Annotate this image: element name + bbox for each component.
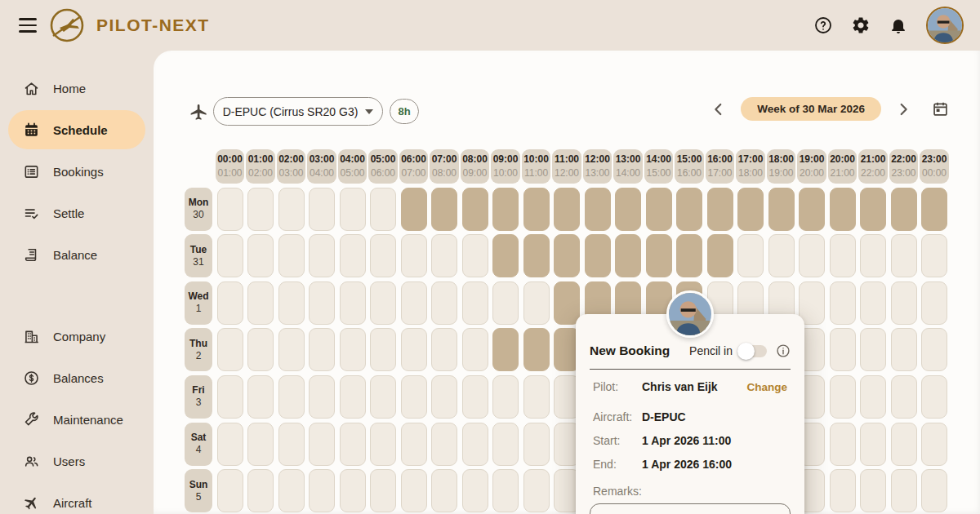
grid-cell-tue-13[interactable] xyxy=(615,234,641,277)
grid-cell-wed-20[interactable] xyxy=(830,281,856,325)
grid-cell-sat-01[interactable] xyxy=(247,423,274,466)
grid-cell-mon-16[interactable] xyxy=(707,188,733,231)
grid-cell-thu-23[interactable] xyxy=(921,328,947,371)
grid-cell-mon-18[interactable] xyxy=(768,188,795,231)
grid-cell-tue-10[interactable] xyxy=(523,234,550,277)
user-avatar[interactable] xyxy=(926,7,964,44)
grid-cell-mon-21[interactable] xyxy=(860,188,886,231)
grid-cell-tue-01[interactable] xyxy=(247,234,274,277)
hours-chip[interactable]: 8h xyxy=(390,99,419,124)
grid-cell-thu-05[interactable] xyxy=(370,328,396,371)
grid-cell-sun-02[interactable] xyxy=(278,469,305,512)
grid-cell-tue-03[interactable] xyxy=(309,234,335,277)
aircraft-selector[interactable]: D-EPUC (Cirrus SR20 G3) xyxy=(213,97,383,126)
grid-cell-sat-00[interactable] xyxy=(217,423,243,466)
grid-cell-sun-03[interactable] xyxy=(309,469,335,512)
grid-cell-sat-20[interactable] xyxy=(830,423,856,466)
grid-cell-mon-23[interactable] xyxy=(921,188,947,231)
grid-cell-mon-15[interactable] xyxy=(676,188,702,231)
grid-cell-wed-01[interactable] xyxy=(247,281,274,325)
grid-cell-sun-08[interactable] xyxy=(462,469,488,512)
grid-cell-mon-02[interactable] xyxy=(278,188,305,231)
grid-cell-sun-21[interactable] xyxy=(860,469,886,512)
sidebar-item-home[interactable]: Home xyxy=(8,69,145,108)
grid-cell-fri-05[interactable] xyxy=(370,375,396,419)
grid-cell-tue-21[interactable] xyxy=(860,234,886,277)
sidebar-item-aircraft[interactable]: Aircraft xyxy=(8,483,145,514)
grid-cell-sun-10[interactable] xyxy=(523,469,550,512)
grid-cell-mon-10[interactable] xyxy=(523,188,550,231)
grid-cell-wed-07[interactable] xyxy=(431,281,457,325)
grid-cell-sat-23[interactable] xyxy=(921,423,947,466)
sidebar-item-users[interactable]: Users xyxy=(8,441,145,481)
grid-cell-sat-22[interactable] xyxy=(891,423,917,466)
grid-cell-thu-03[interactable] xyxy=(309,328,335,371)
sidebar-item-bookings[interactable]: Bookings xyxy=(8,152,145,191)
grid-cell-fri-23[interactable] xyxy=(921,375,947,419)
grid-cell-tue-19[interactable] xyxy=(799,234,825,277)
grid-cell-sat-03[interactable] xyxy=(309,423,335,466)
week-label[interactable]: Week of 30 Mar 2026 xyxy=(741,97,881,121)
grid-cell-fri-21[interactable] xyxy=(860,375,886,419)
grid-cell-mon-07[interactable] xyxy=(431,188,457,231)
grid-cell-wed-23[interactable] xyxy=(921,281,947,325)
bell-icon[interactable] xyxy=(889,16,908,35)
grid-cell-wed-22[interactable] xyxy=(891,281,917,325)
grid-cell-tue-05[interactable] xyxy=(370,234,396,277)
grid-cell-sun-00[interactable] xyxy=(217,469,243,512)
grid-cell-sun-07[interactable] xyxy=(431,469,457,512)
grid-cell-sat-04[interactable] xyxy=(340,423,366,466)
grid-cell-mon-05[interactable] xyxy=(370,188,396,231)
grid-cell-wed-06[interactable] xyxy=(401,281,427,325)
grid-cell-sat-08[interactable] xyxy=(462,423,488,466)
grid-cell-thu-21[interactable] xyxy=(860,328,886,371)
grid-cell-fri-10[interactable] xyxy=(523,375,550,419)
grid-cell-sun-23[interactable] xyxy=(921,469,947,512)
grid-cell-sun-22[interactable] xyxy=(891,469,917,512)
gear-icon[interactable] xyxy=(851,16,871,35)
grid-cell-wed-00[interactable] xyxy=(217,281,243,325)
grid-cell-fri-08[interactable] xyxy=(462,375,488,419)
info-icon[interactable] xyxy=(776,343,791,358)
grid-cell-thu-10[interactable] xyxy=(523,328,550,371)
grid-cell-tue-11[interactable] xyxy=(554,234,580,277)
grid-cell-mon-08[interactable] xyxy=(462,188,488,231)
grid-cell-thu-07[interactable] xyxy=(431,328,457,371)
grid-cell-mon-06[interactable] xyxy=(401,188,427,231)
next-week-icon[interactable] xyxy=(894,100,912,118)
grid-cell-tue-18[interactable] xyxy=(768,234,795,277)
menu-icon[interactable] xyxy=(17,17,38,33)
grid-cell-sun-06[interactable] xyxy=(401,469,427,512)
sidebar-item-balance[interactable]: Balance xyxy=(8,235,145,274)
grid-cell-tue-23[interactable] xyxy=(921,234,947,277)
grid-cell-wed-21[interactable] xyxy=(860,281,886,325)
pencil-in-toggle[interactable] xyxy=(739,345,767,357)
calendar-picker-icon[interactable] xyxy=(932,100,949,117)
grid-cell-wed-11[interactable] xyxy=(554,281,580,325)
grid-cell-fri-22[interactable] xyxy=(891,375,917,419)
grid-cell-fri-20[interactable] xyxy=(830,375,856,419)
grid-cell-mon-09[interactable] xyxy=(492,188,519,231)
grid-cell-wed-05[interactable] xyxy=(370,281,396,325)
grid-cell-tue-00[interactable] xyxy=(217,234,243,277)
grid-cell-tue-14[interactable] xyxy=(646,234,672,277)
grid-cell-thu-22[interactable] xyxy=(891,328,917,371)
grid-cell-sun-09[interactable] xyxy=(492,469,519,512)
grid-cell-tue-17[interactable] xyxy=(737,234,764,277)
grid-cell-mon-00[interactable] xyxy=(217,188,243,231)
remarks-input[interactable] xyxy=(590,503,791,514)
grid-cell-fri-07[interactable] xyxy=(431,375,457,419)
grid-cell-tue-22[interactable] xyxy=(891,234,917,277)
grid-cell-sun-05[interactable] xyxy=(370,469,396,512)
grid-cell-thu-04[interactable] xyxy=(340,328,366,371)
grid-cell-sat-02[interactable] xyxy=(278,423,305,466)
grid-cell-tue-20[interactable] xyxy=(830,234,856,277)
grid-cell-wed-04[interactable] xyxy=(340,281,366,325)
grid-cell-mon-03[interactable] xyxy=(309,188,335,231)
grid-cell-thu-20[interactable] xyxy=(830,328,856,371)
grid-cell-wed-10[interactable] xyxy=(523,281,550,325)
grid-cell-mon-12[interactable] xyxy=(585,188,611,231)
grid-cell-mon-01[interactable] xyxy=(247,188,274,231)
grid-cell-mon-17[interactable] xyxy=(737,188,764,231)
grid-cell-sat-05[interactable] xyxy=(370,423,396,466)
